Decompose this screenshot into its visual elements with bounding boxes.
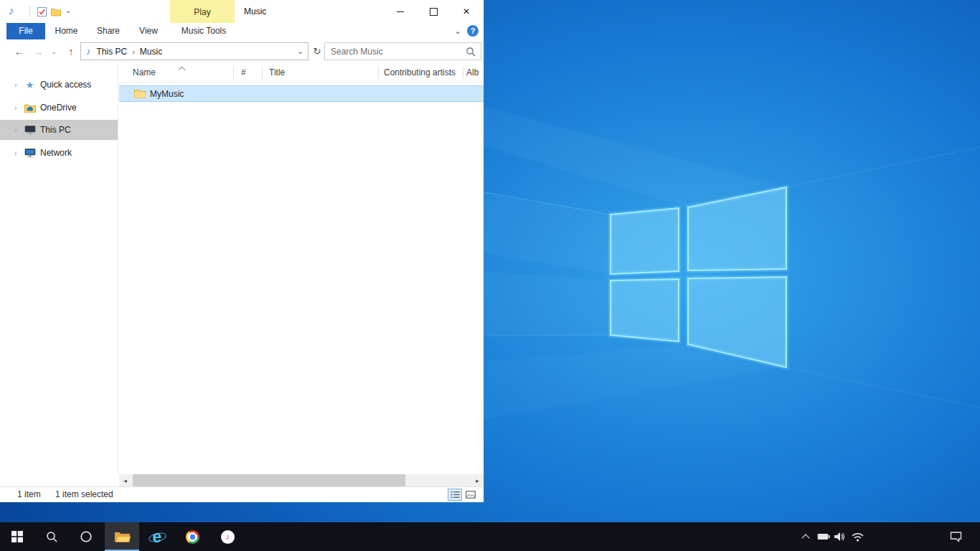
quick-access-star-icon: ★ bbox=[24, 79, 36, 90]
back-button[interactable]: ← bbox=[11, 39, 28, 63]
details-view-button[interactable] bbox=[448, 489, 462, 501]
file-explorer-icon bbox=[114, 530, 131, 543]
column-divider bbox=[378, 66, 379, 79]
scroll-right-button[interactable]: ▸ bbox=[471, 474, 484, 486]
column-header-number[interactable]: # bbox=[241, 63, 246, 82]
sort-ascending-icon bbox=[179, 67, 186, 74]
tab-home[interactable]: Home bbox=[50, 23, 83, 39]
status-bar: 1 item 1 item selected bbox=[0, 486, 484, 502]
forward-button[interactable]: → bbox=[29, 39, 47, 63]
internet-explorer-icon: e bbox=[148, 527, 166, 546]
new-folder-icon-glyph bbox=[51, 8, 61, 17]
selection-count: 1 item selected bbox=[55, 487, 113, 502]
quick-access-toolbar-dropdown-icon[interactable]: ⌄ bbox=[65, 6, 71, 14]
network-tray-icon[interactable] bbox=[848, 522, 867, 551]
title-bar[interactable]: ♪ ⌄ Play Music ✕ bbox=[0, 0, 484, 23]
onedrive-icon bbox=[24, 102, 36, 113]
cortana-button[interactable] bbox=[69, 522, 103, 551]
speaker-icon bbox=[834, 531, 845, 542]
sidebar-item-network[interactable]: › Network bbox=[0, 143, 118, 163]
close-button[interactable]: ✕ bbox=[450, 0, 483, 23]
sidebar-item-quick-access[interactable]: › ★ Quick access bbox=[0, 75, 118, 95]
horizontal-scrollbar[interactable]: ◂ ▸ bbox=[119, 474, 484, 486]
file-name: MyMusic bbox=[150, 89, 184, 99]
tree-chevron-icon[interactable]: › bbox=[14, 103, 24, 112]
tab-file[interactable]: File bbox=[6, 23, 45, 39]
action-center-button[interactable] bbox=[938, 522, 973, 551]
tree-chevron-icon[interactable]: › bbox=[14, 80, 24, 89]
new-folder-icon[interactable] bbox=[50, 6, 62, 17]
sidebar-item-label: This PC bbox=[40, 125, 71, 135]
music-app-icon: ♪ bbox=[9, 5, 14, 16]
ribbon-collapse-icon[interactable]: ⌄ bbox=[451, 23, 465, 39]
window-title: Music bbox=[244, 0, 266, 23]
taskbar-chrome-button[interactable] bbox=[175, 522, 209, 551]
wifi-icon bbox=[851, 532, 864, 542]
maximize-button[interactable] bbox=[417, 0, 450, 23]
sidebar-item-label: Network bbox=[40, 148, 72, 158]
properties-icon-glyph bbox=[37, 7, 47, 17]
file-explorer-window: ♪ ⌄ Play Music ✕ File Home Share View Mu… bbox=[0, 0, 484, 502]
search-input[interactable] bbox=[325, 43, 481, 60]
minimize-icon bbox=[397, 11, 404, 12]
scrollbar-thumb[interactable] bbox=[133, 474, 405, 486]
address-bar[interactable]: ♪ This PC › Music ⌄ bbox=[80, 42, 308, 60]
sidebar-item-label: OneDrive bbox=[40, 103, 77, 113]
column-divider bbox=[233, 66, 234, 79]
breadcrumb-separator-icon: › bbox=[132, 47, 135, 56]
start-button[interactable] bbox=[0, 522, 34, 551]
search-icon[interactable] bbox=[466, 47, 476, 59]
windows-logo-icon bbox=[11, 531, 23, 542]
folder-icon bbox=[134, 89, 146, 98]
large-icons-view-button[interactable] bbox=[463, 489, 478, 501]
sidebar-item-onedrive[interactable]: › OneDrive bbox=[0, 98, 118, 118]
navigation-pane: › ★ Quick access › OneDrive › bbox=[0, 63, 118, 474]
up-button[interactable]: ↑ bbox=[62, 39, 80, 63]
action-center-icon bbox=[950, 531, 962, 542]
taskbar-itunes-button[interactable]: ♪ bbox=[210, 522, 245, 551]
tab-music-tools[interactable]: Music Tools bbox=[172, 23, 235, 39]
battery-tray-icon[interactable] bbox=[815, 522, 831, 551]
help-icon: ? bbox=[471, 27, 476, 35]
cortana-circle-icon bbox=[80, 530, 93, 543]
tab-view[interactable]: View bbox=[132, 23, 165, 39]
music-tools-group-header[interactable]: Play bbox=[170, 0, 235, 24]
address-music-icon: ♪ bbox=[86, 46, 91, 57]
navigation-bar: ← → ⌄ ↑ ♪ This PC › Music ⌄ ↻ bbox=[0, 39, 484, 64]
column-header-name[interactable]: Name bbox=[133, 63, 156, 82]
file-row-mymusic[interactable]: MyMusic bbox=[119, 85, 484, 102]
tree-chevron-icon[interactable]: › bbox=[14, 126, 24, 134]
help-button[interactable]: ? bbox=[467, 25, 479, 37]
breadcrumb-this-pc[interactable]: This PC bbox=[97, 47, 128, 57]
column-divider bbox=[262, 66, 263, 79]
column-divider bbox=[463, 66, 463, 79]
search-box[interactable] bbox=[324, 42, 481, 60]
address-dropdown-icon[interactable]: ⌄ bbox=[298, 47, 303, 55]
column-header-contributing-artists[interactable]: Contributing artists bbox=[384, 63, 456, 82]
column-header-album[interactable]: Alb bbox=[466, 63, 479, 82]
chrome-icon bbox=[186, 530, 199, 544]
volume-tray-icon[interactable] bbox=[831, 522, 847, 551]
battery-icon bbox=[817, 533, 830, 540]
column-header-row: Name # Title Contributing artists Alb bbox=[119, 63, 484, 83]
taskbar-search-button[interactable] bbox=[34, 522, 69, 551]
properties-icon[interactable] bbox=[36, 6, 47, 17]
recent-locations-dropdown-icon[interactable]: ⌄ bbox=[48, 39, 60, 63]
refresh-button[interactable]: ↻ bbox=[311, 42, 324, 60]
tab-share[interactable]: Share bbox=[91, 23, 126, 39]
close-icon: ✕ bbox=[463, 6, 470, 17]
show-hidden-icons-button[interactable] bbox=[798, 522, 814, 551]
network-icon bbox=[24, 147, 36, 159]
scroll-left-button[interactable]: ◂ bbox=[119, 474, 131, 486]
taskbar: e ♪ bbox=[0, 522, 980, 551]
itunes-icon: ♪ bbox=[221, 530, 235, 544]
taskbar-file-explorer-button[interactable] bbox=[105, 522, 139, 551]
breadcrumb-music[interactable]: Music bbox=[140, 47, 162, 57]
tree-chevron-icon[interactable]: › bbox=[14, 149, 24, 157]
minimize-button[interactable] bbox=[384, 0, 417, 23]
sidebar-item-this-pc[interactable]: › This PC bbox=[0, 120, 118, 140]
item-count: 1 item bbox=[17, 487, 41, 502]
toolbar-divider bbox=[29, 6, 30, 17]
column-header-title[interactable]: Title bbox=[269, 63, 285, 82]
taskbar-internet-explorer-button[interactable]: e bbox=[140, 522, 174, 551]
